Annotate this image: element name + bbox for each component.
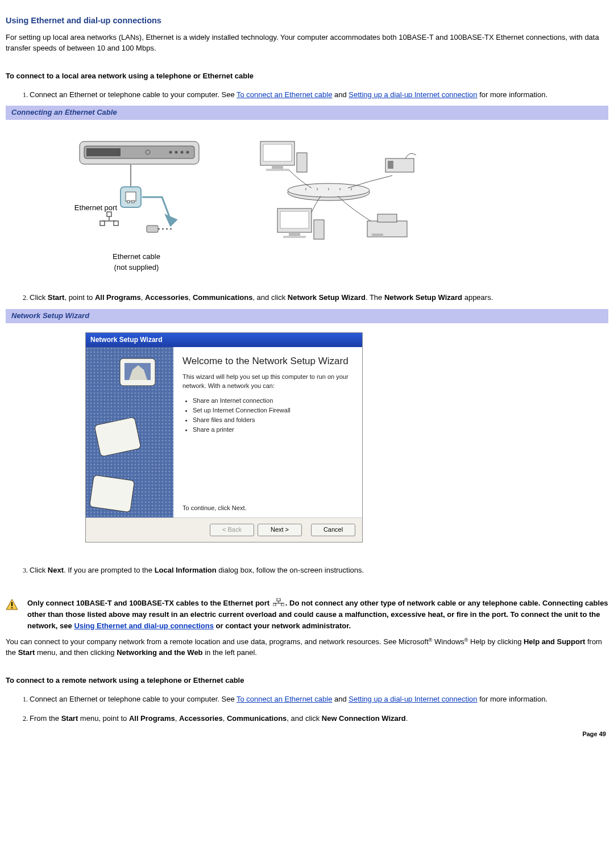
page-number: Page 49 <box>6 730 608 739</box>
warning-block: Only connect 10BASE-T and 100BASE-TX cab… <box>6 598 608 631</box>
text: for more information. <box>478 90 548 99</box>
text: Connect an Ethernet or telephone cable t… <box>30 90 237 99</box>
figure2-body: Network Setup Wizard <box>6 332 608 542</box>
local-step-1: Connect an Ethernet or telephone cable t… <box>30 90 608 101</box>
wizard-bullet: Share an Internet connection <box>193 397 353 406</box>
svg-point-5 <box>181 151 184 154</box>
subheading-remote: To connect to a remote network using a t… <box>6 675 608 686</box>
back-button[interactable]: < Back <box>210 524 254 536</box>
remote-paragraph: You can connect to your company network … <box>6 637 608 658</box>
svg-rect-34 <box>388 161 393 169</box>
svg-rect-57 <box>281 603 284 606</box>
intro-paragraph: For setting up local area networks (LANs… <box>6 32 608 54</box>
svg-rect-51 <box>11 602 13 606</box>
svg-point-6 <box>186 151 189 154</box>
link-dialup[interactable]: Setting up a dial-up Internet connection <box>349 90 477 99</box>
svg-rect-41 <box>377 214 397 222</box>
svg-rect-11 <box>127 201 130 203</box>
svg-marker-18 <box>166 215 176 226</box>
svg-rect-10 <box>126 192 136 201</box>
svg-rect-2 <box>86 148 121 156</box>
svg-rect-39 <box>314 220 324 239</box>
warning-icon <box>6 599 18 610</box>
warning-text-a: Only connect 10BASE-T and 100BASE-TX cab… <box>27 599 272 607</box>
not-supplied-label: (not supplied) <box>113 262 160 273</box>
wizard-bullet: Set up Internet Connection Firewall <box>193 406 353 415</box>
next-button[interactable]: Next > <box>258 524 302 536</box>
svg-rect-17 <box>114 221 118 226</box>
local-step-2: Click Start, point to All Programs, Acce… <box>30 293 608 303</box>
svg-rect-38 <box>283 236 306 238</box>
local-steps-list-3: Click Next. If you are prompted to the L… <box>6 565 608 576</box>
svg-rect-56 <box>273 603 276 606</box>
link-using-ethernet[interactable]: Using Ethernet and dial-up connections <box>74 621 214 630</box>
svg-rect-24 <box>266 169 289 171</box>
local-steps-list: Connect an Ethernet or telephone cable t… <box>6 90 608 101</box>
wizard-main: Welcome to the Network Setup Wizard This… <box>173 347 362 518</box>
svg-rect-19 <box>147 226 158 232</box>
figure2-caption: Network Setup Wizard <box>6 309 608 323</box>
svg-rect-36 <box>280 211 309 228</box>
ethernet-port-label: Ethernet port <box>49 203 117 214</box>
figure1-body: Ethernet port Ethernet cable (not suppli… <box>6 120 608 289</box>
wizard-continue-text: To continue, click Next. <box>182 470 353 513</box>
svg-rect-22 <box>263 144 292 161</box>
link-connect-ethernet[interactable]: To connect an Ethernet cable <box>237 90 332 99</box>
wizard-heading: Welcome to the Network Setup Wizard <box>182 355 353 367</box>
cancel-button[interactable]: Cancel <box>311 524 355 536</box>
local-step-3: Click Next. If you are prompted to the L… <box>30 565 608 576</box>
figure1-network <box>238 136 420 249</box>
wizard-bullet: Share a printer <box>193 425 353 435</box>
remote-steps-list: Connect an Ethernet or telephone cable t… <box>6 694 608 725</box>
wizard-bullet: Share files and folders <box>193 416 353 425</box>
figure1-laptop: Ethernet port Ethernet cable (not suppli… <box>57 136 216 273</box>
wizard-intro-text: This wizard will help you set up this co… <box>182 373 353 391</box>
svg-rect-53 <box>277 598 280 601</box>
ethernet-cable-label: Ethernet cable <box>113 252 160 262</box>
wizard-titlebar: Network Setup Wizard <box>86 333 362 347</box>
wizard-sidebar-art <box>86 347 173 518</box>
remote-step-2: From the Start menu, point to All Progra… <box>30 713 608 724</box>
link-dialup-2[interactable]: Setting up a dial-up Internet connection <box>349 695 477 703</box>
svg-rect-23 <box>272 165 283 169</box>
wizard-button-row: < Back Next > Cancel <box>86 518 362 542</box>
figure1-caption: Connecting an Ethernet Cable <box>6 106 608 120</box>
laptop-illustration <box>57 136 216 249</box>
svg-point-4 <box>175 151 178 154</box>
svg-rect-16 <box>100 221 105 226</box>
svg-rect-37 <box>289 232 300 236</box>
svg-rect-52 <box>11 607 13 608</box>
ethernet-port-icon <box>273 598 284 610</box>
svg-rect-49 <box>89 475 134 512</box>
wizard-bullet-list: Share an Internet connection Set up Inte… <box>186 397 353 435</box>
warning-text-c: or contact your network administrator. <box>214 621 351 630</box>
subheading-local: To connect to a local area network using… <box>6 71 608 82</box>
link-connect-ethernet-2[interactable]: To connect an Ethernet cable <box>237 695 332 703</box>
svg-point-3 <box>169 151 172 154</box>
svg-rect-42 <box>372 233 383 237</box>
svg-rect-25 <box>297 153 307 172</box>
wizard-window: Network Setup Wizard <box>85 332 363 542</box>
page-title: Using Ethernet and dial-up connections <box>6 15 608 27</box>
local-steps-list-2: Click Start, point to All Programs, Acce… <box>6 293 608 303</box>
svg-rect-12 <box>132 201 134 203</box>
text: and <box>332 90 349 99</box>
remote-step-1: Connect an Ethernet or telephone cable t… <box>30 694 608 705</box>
